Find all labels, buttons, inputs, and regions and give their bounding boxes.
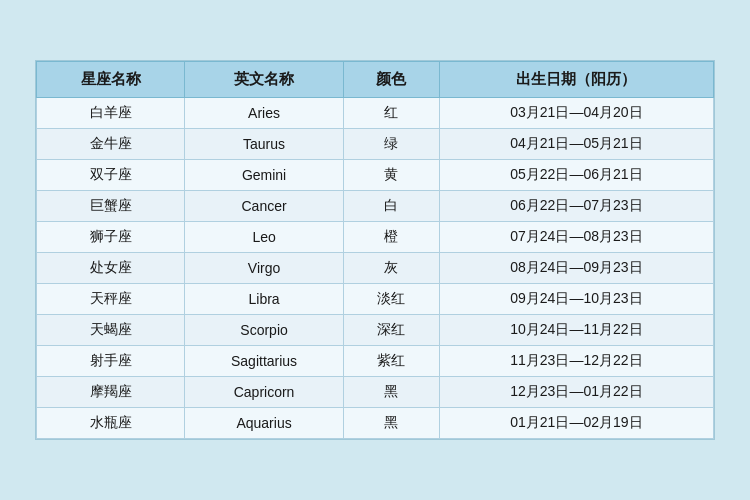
table-body: 白羊座Aries红03月21日—04月20日金牛座Taurus绿04月21日—0… bbox=[37, 98, 714, 439]
cell-chinese-name: 双子座 bbox=[37, 160, 185, 191]
cell-color: 紫红 bbox=[343, 346, 439, 377]
cell-chinese-name: 处女座 bbox=[37, 253, 185, 284]
cell-color: 灰 bbox=[343, 253, 439, 284]
table-row: 狮子座Leo橙07月24日—08月23日 bbox=[37, 222, 714, 253]
cell-color: 橙 bbox=[343, 222, 439, 253]
cell-chinese-name: 巨蟹座 bbox=[37, 191, 185, 222]
cell-chinese-name: 水瓶座 bbox=[37, 408, 185, 439]
cell-chinese-name: 白羊座 bbox=[37, 98, 185, 129]
cell-chinese-name: 天秤座 bbox=[37, 284, 185, 315]
cell-english-name: Leo bbox=[185, 222, 344, 253]
cell-english-name: Libra bbox=[185, 284, 344, 315]
cell-dates: 01月21日—02月19日 bbox=[439, 408, 713, 439]
cell-chinese-name: 摩羯座 bbox=[37, 377, 185, 408]
cell-color: 红 bbox=[343, 98, 439, 129]
cell-color: 黄 bbox=[343, 160, 439, 191]
zodiac-table: 星座名称 英文名称 颜色 出生日期（阳历） 白羊座Aries红03月21日—04… bbox=[36, 61, 714, 439]
table-row: 射手座Sagittarius紫红11月23日—12月22日 bbox=[37, 346, 714, 377]
table-row: 天蝎座Scorpio深红10月24日—11月22日 bbox=[37, 315, 714, 346]
header-birth-date: 出生日期（阳历） bbox=[439, 62, 713, 98]
cell-dates: 11月23日—12月22日 bbox=[439, 346, 713, 377]
zodiac-table-container: 星座名称 英文名称 颜色 出生日期（阳历） 白羊座Aries红03月21日—04… bbox=[35, 60, 715, 440]
table-row: 双子座Gemini黄05月22日—06月21日 bbox=[37, 160, 714, 191]
header-chinese-name: 星座名称 bbox=[37, 62, 185, 98]
cell-dates: 10月24日—11月22日 bbox=[439, 315, 713, 346]
cell-color: 黑 bbox=[343, 408, 439, 439]
table-row: 巨蟹座Cancer白06月22日—07月23日 bbox=[37, 191, 714, 222]
cell-color: 深红 bbox=[343, 315, 439, 346]
cell-chinese-name: 狮子座 bbox=[37, 222, 185, 253]
cell-dates: 07月24日—08月23日 bbox=[439, 222, 713, 253]
header-color: 颜色 bbox=[343, 62, 439, 98]
cell-english-name: Cancer bbox=[185, 191, 344, 222]
cell-dates: 05月22日—06月21日 bbox=[439, 160, 713, 191]
cell-english-name: Scorpio bbox=[185, 315, 344, 346]
cell-dates: 03月21日—04月20日 bbox=[439, 98, 713, 129]
cell-dates: 12月23日—01月22日 bbox=[439, 377, 713, 408]
table-row: 金牛座Taurus绿04月21日—05月21日 bbox=[37, 129, 714, 160]
cell-dates: 09月24日—10月23日 bbox=[439, 284, 713, 315]
table-row: 白羊座Aries红03月21日—04月20日 bbox=[37, 98, 714, 129]
table-row: 水瓶座Aquarius黑01月21日—02月19日 bbox=[37, 408, 714, 439]
cell-color: 淡红 bbox=[343, 284, 439, 315]
cell-english-name: Gemini bbox=[185, 160, 344, 191]
cell-dates: 06月22日—07月23日 bbox=[439, 191, 713, 222]
table-header-row: 星座名称 英文名称 颜色 出生日期（阳历） bbox=[37, 62, 714, 98]
header-english-name: 英文名称 bbox=[185, 62, 344, 98]
cell-color: 绿 bbox=[343, 129, 439, 160]
table-row: 处女座Virgo灰08月24日—09月23日 bbox=[37, 253, 714, 284]
cell-color: 黑 bbox=[343, 377, 439, 408]
cell-chinese-name: 天蝎座 bbox=[37, 315, 185, 346]
table-row: 摩羯座Capricorn黑12月23日—01月22日 bbox=[37, 377, 714, 408]
cell-chinese-name: 射手座 bbox=[37, 346, 185, 377]
cell-color: 白 bbox=[343, 191, 439, 222]
cell-english-name: Aries bbox=[185, 98, 344, 129]
table-row: 天秤座Libra淡红09月24日—10月23日 bbox=[37, 284, 714, 315]
cell-english-name: Aquarius bbox=[185, 408, 344, 439]
cell-chinese-name: 金牛座 bbox=[37, 129, 185, 160]
cell-english-name: Taurus bbox=[185, 129, 344, 160]
cell-english-name: Sagittarius bbox=[185, 346, 344, 377]
cell-english-name: Capricorn bbox=[185, 377, 344, 408]
cell-english-name: Virgo bbox=[185, 253, 344, 284]
cell-dates: 04月21日—05月21日 bbox=[439, 129, 713, 160]
cell-dates: 08月24日—09月23日 bbox=[439, 253, 713, 284]
